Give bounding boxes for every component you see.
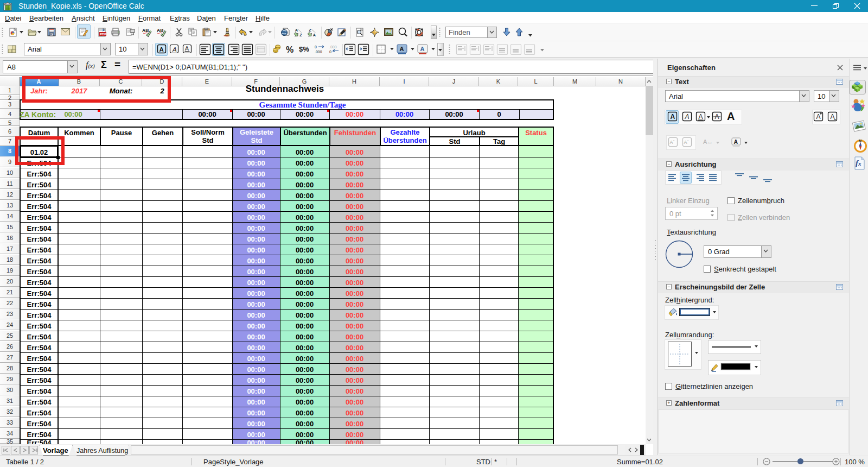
svg-text:A: A bbox=[816, 113, 821, 121]
svg-text:A↔: A↔ bbox=[703, 138, 713, 145]
svg-text:A: A bbox=[671, 113, 675, 121]
svg-text:Aˆ: Aˆ bbox=[670, 140, 675, 145]
svg-text:PDF: PDF bbox=[100, 33, 106, 36]
svg-text:A: A bbox=[699, 113, 703, 121]
svg-text:A: A bbox=[313, 33, 316, 37]
svg-text:N: N bbox=[859, 139, 861, 143]
svg-text:.000: .000 bbox=[329, 45, 337, 49]
svg-text:Z: Z bbox=[309, 28, 311, 33]
svg-text:A: A bbox=[172, 46, 177, 53]
svg-text:A: A bbox=[734, 138, 738, 145]
svg-text:A: A bbox=[185, 45, 189, 52]
svg-text:AB: AB bbox=[142, 28, 149, 33]
svg-text:0: 0 bbox=[329, 50, 331, 54]
svg-text:A: A bbox=[420, 46, 425, 52]
svg-text:A: A bbox=[685, 113, 690, 121]
svg-text:Z: Z bbox=[299, 33, 302, 37]
svg-text:AB: AB bbox=[157, 28, 163, 33]
svg-text:A: A bbox=[295, 28, 298, 33]
svg-text:0: 0 bbox=[315, 45, 317, 49]
svg-text:Aˇ: Aˇ bbox=[684, 140, 689, 145]
svg-text:A: A bbox=[400, 46, 404, 52]
svg-text:A: A bbox=[159, 46, 164, 53]
svg-text:.000: .000 bbox=[315, 50, 322, 54]
